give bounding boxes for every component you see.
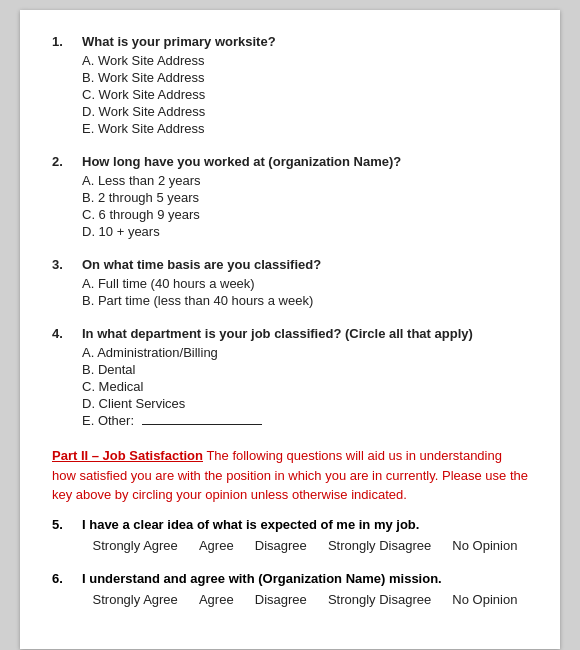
question-2: 2.How long have you worked at (organizat… [52,154,528,241]
question-4-option-3: C. Medical [82,379,528,394]
question-1: 1.What is your primary worksite?A. Work … [52,34,528,138]
question-title-3: On what time basis are you classified? [82,257,528,272]
question-3: 3.On what time basis are you classified?… [52,257,528,310]
scale-label-5: No Opinion [452,592,517,607]
question-1-option-5: E. Work Site Address [82,121,528,136]
question-1-option-3: C. Work Site Address [82,87,528,102]
question-1-option-4: D. Work Site Address [82,104,528,119]
question-4: 4.In what department is your job classif… [52,326,528,430]
question-2-option-3: C. 6 through 9 years [82,207,528,222]
likert-question-6: 6.I understand and agree with (Organizat… [52,571,528,607]
question-1-option-2: B. Work Site Address [82,70,528,85]
scale-label-1: Strongly Agree [93,592,178,607]
question-2-option-4: D. 10 + years [82,224,528,239]
question-num-2: 2. [52,154,82,241]
question-4-option-2: B. Dental [82,362,528,377]
question-3-option-1: A. Full time (40 hours a week) [82,276,528,291]
question-num-4: 4. [52,326,82,430]
question-2-option-2: B. 2 through 5 years [82,190,528,205]
scale-label-3: Disagree [255,538,307,553]
scale-label-4: Strongly Disagree [328,592,431,607]
question-2-option-1: A. Less than 2 years [82,173,528,188]
question-num-3: 3. [52,257,82,310]
part2-header: Part II – Job Satisfaction The following… [52,446,528,505]
question-3-option-2: B. Part time (less than 40 hours a week) [82,293,528,308]
likert-question-5: 5.I have a clear idea of what is expecte… [52,517,528,553]
part2-label: Part II – Job Satisfaction [52,448,203,463]
scale-label-5: No Opinion [452,538,517,553]
scale-label-2: Agree [199,538,234,553]
likert-title-6: I understand and agree with (Organizatio… [82,571,442,586]
question-num-1: 1. [52,34,82,138]
survey-page: 1.What is your primary worksite?A. Work … [20,10,560,649]
likert-title-5: I have a clear idea of what is expected … [82,517,419,532]
likert-num-6: 6. [52,571,82,586]
question-title-4: In what department is your job classifie… [82,326,528,341]
question-4-option-5: E. Other: [82,413,528,428]
question-4-option-1: A. Administration/Billing [82,345,528,360]
scale-label-4: Strongly Disagree [328,538,431,553]
scale-label-2: Agree [199,592,234,607]
question-4-option-4: D. Client Services [82,396,528,411]
scale-label-1: Strongly Agree [93,538,178,553]
question-1-option-1: A. Work Site Address [82,53,528,68]
question-title-1: What is your primary worksite? [82,34,528,49]
scale-label-3: Disagree [255,592,307,607]
likert-num-5: 5. [52,517,82,532]
question-title-2: How long have you worked at (organizatio… [82,154,528,169]
other-input-line [142,424,262,425]
